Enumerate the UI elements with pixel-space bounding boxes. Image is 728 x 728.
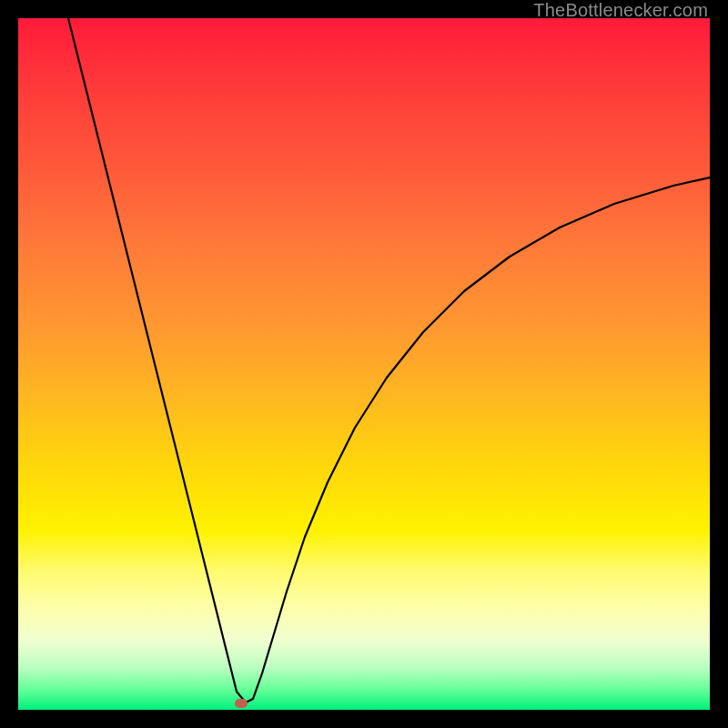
plot-area: [18, 18, 710, 710]
bottleneck-curve: [68, 18, 710, 703]
curve-layer: [18, 18, 710, 710]
optimal-point-marker: [235, 699, 248, 708]
